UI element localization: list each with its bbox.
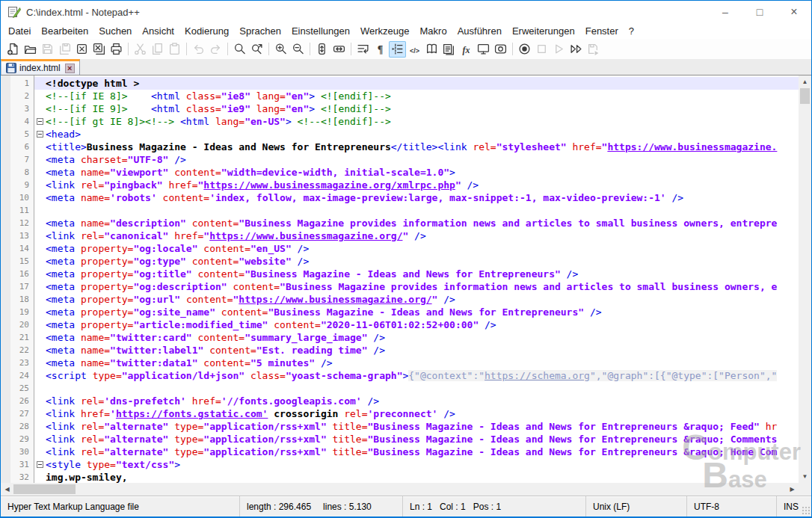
menu-item-fenster[interactable]: Fenster	[580, 23, 624, 39]
menu-item-einstellungen[interactable]: Einstellungen	[286, 23, 355, 39]
code-line-text[interactable]: <meta property="og:locale" content="en_U…	[46, 242, 799, 255]
bookmark-margin[interactable]	[1, 90, 10, 102]
menu-item-sprachen[interactable]: Sprachen	[234, 23, 286, 39]
bookmark-margin[interactable]	[1, 280, 10, 293]
bookmark-margin[interactable]	[1, 204, 10, 217]
code-line-text[interactable]: <!--[if IE 8]> <html class="ie8" lang="e…	[46, 90, 799, 102]
horizontal-scrollbar-thumb[interactable]	[13, 484, 76, 494]
code-line-text[interactable]: <meta name="description" content="Busine…	[46, 217, 799, 229]
minimize-button[interactable]: –	[708, 1, 742, 23]
code-line-text[interactable]: <title>Business Magazine - Ideas and New…	[46, 141, 799, 153]
bookmark-margin[interactable]	[1, 318, 10, 331]
replace-button[interactable]	[248, 41, 265, 58]
bookmark-margin[interactable]	[1, 242, 10, 255]
function-completion-button[interactable]: </>	[406, 41, 423, 58]
vertical-scrollbar-thumb[interactable]	[800, 88, 810, 104]
code-line-text[interactable]: <link rel="pingback" href="https://www.b…	[46, 179, 799, 191]
bookmark-margin[interactable]	[1, 268, 10, 280]
menu-item-makro[interactable]: Makro	[415, 23, 452, 39]
code-line-text[interactable]: <link rel="alternate" type="application/…	[46, 420, 799, 433]
menu-item-datei[interactable]: Datei	[3, 23, 36, 39]
scroll-down-icon[interactable]: ▼	[799, 470, 811, 483]
bookmark-margin[interactable]	[1, 445, 10, 458]
bookmark-margin[interactable]	[1, 141, 10, 153]
bookmark-margin[interactable]	[1, 166, 10, 179]
scroll-left-icon[interactable]: ◀	[1, 483, 13, 496]
menu-item-werkzeuge[interactable]: Werkzeuge	[355, 23, 415, 39]
status-insert-mode[interactable]: INS	[777, 496, 811, 517]
menu-item-ausfuehren[interactable]: Ausführen	[452, 23, 507, 39]
bookmark-margin[interactable]	[1, 217, 10, 229]
bookmark-margin[interactable]	[1, 369, 10, 382]
start-recording-button[interactable]	[516, 41, 533, 58]
find-button[interactable]	[231, 41, 248, 58]
tab-index-html[interactable]: index.html ×	[1, 59, 80, 75]
bookmark-margin[interactable]	[1, 229, 10, 242]
bookmark-margin[interactable]	[1, 128, 10, 141]
code-line-text[interactable]: <!--[if gt IE 8]><!--> <html lang="en-US…	[46, 115, 799, 128]
menu-item-hilfe[interactable]: ?	[624, 23, 639, 39]
sync-vertical-scroll-button[interactable]	[313, 41, 330, 58]
vertical-scrollbar[interactable]: ▲ ▼	[799, 75, 811, 483]
undo-button[interactable]	[190, 41, 207, 58]
save-all-button[interactable]	[56, 41, 73, 58]
code-line-text[interactable]: <link rel="alternate" type="application/…	[46, 433, 799, 445]
bookmark-margin[interactable]	[1, 433, 10, 445]
word-wrap-button[interactable]	[354, 41, 372, 58]
bookmark-margin[interactable]	[1, 357, 10, 369]
code-line-text[interactable]: <meta property="og:title" content="Busin…	[46, 268, 799, 280]
code-line-text[interactable]: <link href='https://fonts.gstatic.com' c…	[46, 407, 799, 420]
tab-close-icon[interactable]: ×	[65, 64, 75, 73]
bookmark-margin[interactable]	[1, 395, 10, 407]
code-line-text[interactable]: <meta name='robots' content='index, foll…	[46, 191, 799, 204]
sync-horizontal-scroll-button[interactable]	[330, 41, 348, 58]
code-line-text[interactable]: <head>	[46, 128, 799, 141]
code-line-text[interactable]: <link rel="alternate" type="application/…	[46, 445, 799, 458]
bookmark-margin[interactable]	[1, 344, 10, 357]
code-line-text[interactable]: <!doctype html >	[46, 77, 799, 90]
horizontal-scrollbar[interactable]: ◀ ▶	[1, 483, 799, 496]
fold-collapse-icon[interactable]	[37, 118, 43, 125]
function-list-button[interactable]: fx	[458, 41, 475, 58]
bookmark-margin[interactable]	[1, 153, 10, 166]
indent-guide-button[interactable]	[389, 41, 406, 58]
bookmark-margin[interactable]	[1, 255, 10, 268]
bookmark-margin[interactable]	[1, 102, 10, 115]
bookmark-margin[interactable]	[1, 331, 10, 344]
editor-lines[interactable]: 1<!doctype html >2<!--[if IE 8]> <html c…	[1, 75, 799, 483]
close-all-button[interactable]	[90, 41, 108, 58]
code-line-text[interactable]: <style type="text/css">	[46, 458, 799, 471]
redo-button[interactable]	[207, 41, 224, 58]
maximize-button[interactable]: □	[742, 1, 777, 23]
zoom-in-button[interactable]	[272, 41, 289, 58]
fold-collapse-icon[interactable]	[37, 461, 43, 468]
stop-recording-button[interactable]	[533, 41, 550, 58]
run-macro-multiple-button[interactable]	[568, 41, 585, 58]
bookmark-margin[interactable]	[1, 420, 10, 433]
bookmark-margin[interactable]	[1, 407, 10, 420]
menu-item-suchen[interactable]: Suchen	[93, 23, 137, 39]
bookmark-margin[interactable]	[1, 306, 10, 318]
code-line-text[interactable]: <meta name="viewport" content="width=dev…	[46, 166, 799, 179]
copy-button[interactable]	[149, 41, 166, 58]
code-line-text[interactable]: img.wp-smiley,	[46, 471, 799, 483]
bookmark-margin[interactable]	[1, 382, 10, 395]
bookmark-margin[interactable]	[1, 471, 10, 483]
playback-macro-button[interactable]	[550, 41, 568, 58]
fold-collapse-icon[interactable]	[37, 131, 43, 138]
menu-item-bearbeiten[interactable]: Bearbeiten	[36, 23, 93, 39]
bookmark-margin[interactable]	[1, 191, 10, 204]
code-line-text[interactable]: <meta charset="UTF-8" />	[46, 153, 799, 166]
paste-button[interactable]	[166, 41, 183, 58]
document-map-button[interactable]	[423, 41, 440, 58]
code-line-text[interactable]: <meta property="og:site_name" content="B…	[46, 306, 799, 318]
vertical-scrollbar-track[interactable]	[799, 104, 811, 470]
code-line-text[interactable]	[46, 204, 799, 217]
bookmark-margin[interactable]	[1, 115, 10, 128]
menu-item-erweiterungen[interactable]: Erweiterungen	[507, 23, 580, 39]
bookmark-margin[interactable]	[1, 293, 10, 306]
folder-as-workspace-button[interactable]	[475, 41, 492, 58]
code-line-text[interactable]: <!--[if IE 9]> <html class="ie9" lang="e…	[46, 102, 799, 115]
print-button[interactable]	[108, 41, 125, 58]
code-line-text[interactable]: <meta property="article:modified_time" c…	[46, 318, 799, 331]
